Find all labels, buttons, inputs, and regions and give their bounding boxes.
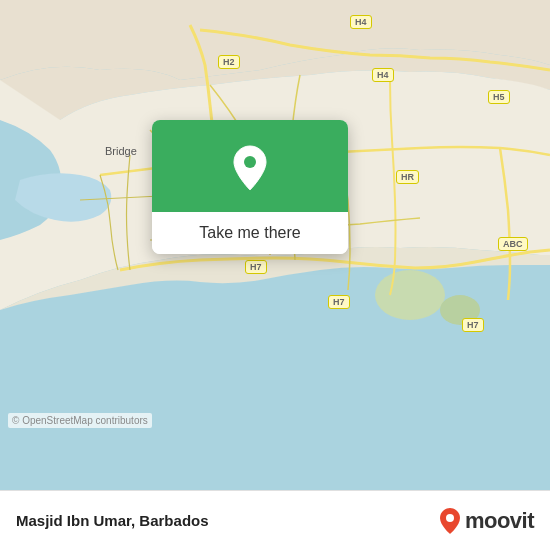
road-label-hr: HR: [396, 170, 419, 184]
road-label-h2: H2: [218, 55, 240, 69]
popup-card: Take me there: [152, 120, 348, 254]
road-label-h4-top: H4: [350, 15, 372, 29]
take-me-there-button[interactable]: Take me there: [152, 212, 348, 254]
location-name: Masjid Ibn Umar, Barbados: [16, 512, 209, 529]
svg-point-4: [446, 514, 454, 522]
road-label-h7-left: H7: [245, 260, 267, 274]
road-label-h7-right: H7: [462, 318, 484, 332]
road-label-h5: H5: [488, 90, 510, 104]
road-label-abc: ABC: [498, 237, 528, 251]
copyright-text: © OpenStreetMap contributors: [8, 413, 152, 428]
location-info: Masjid Ibn Umar, Barbados: [16, 512, 209, 529]
road-label-h4-mid: H4: [372, 68, 394, 82]
place-label-bridgetown: Bridge: [105, 145, 137, 157]
location-pin-icon: [228, 144, 272, 194]
svg-point-3: [244, 156, 256, 168]
bottom-bar: Masjid Ibn Umar, Barbados moovit: [0, 490, 550, 550]
svg-point-1: [375, 270, 445, 320]
road-label-h7-mid: H7: [328, 295, 350, 309]
moovit-text: moovit: [465, 508, 534, 534]
popup-green-area: [152, 120, 348, 212]
moovit-pin-icon: [439, 507, 461, 535]
map-container: H2 H4 H4 H5 HR H7 H7 H7 ABC Bridge Take …: [0, 0, 550, 490]
moovit-logo: moovit: [439, 507, 534, 535]
